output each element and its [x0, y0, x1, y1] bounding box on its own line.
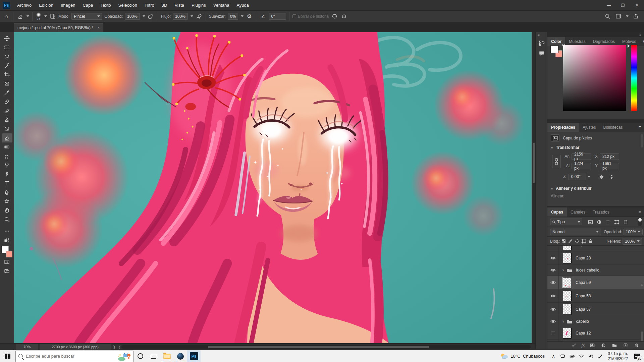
canvas-horizontal-scrollbar[interactable]	[121, 345, 531, 349]
layers-scrollbar-thumb[interactable]	[641, 331, 643, 341]
transform-section-header[interactable]: ∨ Transformar	[547, 144, 644, 151]
pen-tray-icon[interactable]	[596, 350, 604, 362]
panel-menu-icon[interactable]: ≡	[635, 207, 644, 217]
layer-name[interactable]: Capa 58	[576, 294, 591, 298]
brush-angle-input[interactable]: 0°	[269, 13, 286, 20]
canvas-viewport[interactable]	[14, 32, 532, 343]
tab-ajustes[interactable]: Ajustes	[579, 123, 599, 132]
collapse-panels-icon[interactable]: «	[538, 33, 540, 37]
group-name[interactable]: luces cabello	[576, 268, 599, 273]
taskbar-search[interactable]	[15, 351, 133, 362]
visibility-eye-icon[interactable]	[547, 289, 559, 302]
start-button[interactable]	[0, 350, 15, 362]
layer-thumbnail[interactable]	[563, 277, 572, 288]
new-group-icon[interactable]	[611, 342, 618, 349]
opacity-input[interactable]: 100%	[125, 13, 140, 20]
tab-degradados[interactable]: Degradados	[589, 37, 619, 46]
list-scroll-up-icon[interactable]: ∧	[641, 283, 643, 286]
lock-all-icon[interactable]	[587, 238, 594, 245]
align-section-header[interactable]: ∨ Alinear y distribuir	[547, 185, 644, 192]
volume-icon[interactable]	[587, 350, 595, 362]
weather-widget[interactable]: 18°C Chubascos	[511, 354, 545, 359]
visibility-eye-icon[interactable]	[547, 316, 559, 327]
close-button[interactable]: ✕	[630, 0, 644, 11]
gradient-tool[interactable]	[2, 142, 12, 152]
action-center-button[interactable]: 20	[631, 350, 643, 362]
document-info[interactable]: 2700 px x 3600 px (300 ppp)	[40, 344, 111, 350]
hue-slider[interactable]	[631, 45, 637, 111]
dodge-tool[interactable]	[2, 161, 12, 170]
layer-group-row[interactable]: ∨ luces cabello	[547, 265, 644, 276]
menu-ayuda[interactable]: Ayuda	[233, 0, 253, 11]
hue-slider-arrow[interactable]	[628, 44, 630, 48]
visibility-eye-icon[interactable]	[547, 265, 559, 276]
rotation-input[interactable]: 0.00°	[569, 174, 586, 180]
fill-input[interactable]: 100%	[623, 238, 642, 245]
browser-button[interactable]	[174, 350, 187, 362]
layer-thumbnail[interactable]	[563, 328, 572, 339]
smudge-tool[interactable]	[2, 152, 12, 161]
eraser-preset-icon[interactable]	[16, 13, 24, 20]
home-icon[interactable]: ⌂	[3, 13, 10, 20]
status-next-icon[interactable]: ❯	[113, 344, 116, 350]
healing-brush-tool[interactable]	[2, 97, 12, 106]
delete-layer-icon[interactable]	[633, 342, 640, 349]
smudge-sample-icon[interactable]	[331, 13, 338, 20]
cortana-button[interactable]	[133, 350, 147, 362]
eyedropper-tool[interactable]	[2, 88, 12, 97]
menu-ventana[interactable]: Ventana	[210, 0, 233, 11]
expand-panels-icon[interactable]: »	[639, 33, 641, 37]
menu-capa[interactable]: Capa	[79, 0, 97, 11]
clone-stamp-tool[interactable]	[2, 115, 12, 124]
blend-mode-select[interactable]: Normal	[550, 229, 601, 235]
path-selection-tool[interactable]	[2, 188, 12, 197]
menu-filtro[interactable]: Filtro	[141, 0, 158, 11]
tab-close-icon[interactable]: ×	[97, 25, 100, 30]
new-layer-icon[interactable]	[622, 342, 629, 349]
layer-row-hidden[interactable]: Capa 12	[547, 327, 644, 340]
comments-panel-icon[interactable]	[538, 50, 545, 57]
brush-preset-picker[interactable]: 74	[36, 12, 41, 20]
lock-pixels-icon[interactable]	[567, 238, 574, 245]
quick-selection-tool[interactable]	[2, 61, 12, 70]
gear-icon[interactable]: ⚙	[246, 13, 253, 20]
layer-thumbnail[interactable]	[563, 253, 572, 263]
tab-trazados[interactable]: Trazados	[589, 207, 613, 217]
width-input[interactable]: 2159 px	[572, 154, 591, 160]
tab-muestras[interactable]: Muestras	[565, 37, 589, 46]
chevron-down-icon[interactable]	[626, 15, 629, 17]
link-layers-icon[interactable]	[571, 342, 577, 349]
menu-3d[interactable]: 3D	[158, 0, 171, 11]
lasso-tool[interactable]	[2, 52, 12, 61]
lock-transparent-icon[interactable]	[560, 238, 567, 245]
layer-name[interactable]: Capa 57	[576, 307, 591, 312]
quick-mask-mode[interactable]	[2, 257, 12, 266]
layer-name[interactable]: Capa 59	[576, 280, 591, 285]
brush-tool[interactable]	[2, 106, 12, 115]
flow-input[interactable]: 100%	[173, 13, 188, 20]
layer-name[interactable]: Capa 12	[576, 331, 591, 336]
move-tool[interactable]	[2, 34, 12, 43]
erase-history-checkbox[interactable]: Borrar de historia	[292, 14, 329, 19]
panel-menu-icon[interactable]: ≡	[640, 37, 644, 46]
visibility-eye-icon[interactable]	[547, 276, 559, 289]
screen-mode[interactable]	[2, 266, 12, 276]
task-view-button[interactable]	[147, 350, 160, 362]
battery-icon[interactable]	[568, 350, 576, 362]
lock-artboard-icon[interactable]	[581, 238, 587, 245]
tab-capas[interactable]: Capas	[547, 207, 567, 217]
layer-row[interactable]: Capa 57	[547, 303, 644, 316]
tablet-mode-icon[interactable]	[559, 350, 567, 362]
maximize-button[interactable]: ❐	[616, 0, 630, 11]
foreground-background-swatches[interactable]	[1, 246, 13, 257]
layer-styles-icon[interactable]: fx	[582, 343, 585, 348]
menu-archivo[interactable]: Archivo	[13, 0, 35, 11]
minimize-button[interactable]: —	[602, 0, 616, 11]
crop-tool[interactable]	[2, 70, 12, 79]
layer-row-selected[interactable]: Capa 59	[547, 276, 644, 289]
hand-tool[interactable]	[2, 206, 12, 215]
tray-expand-chevron[interactable]: ∧	[549, 350, 557, 362]
tab-canales[interactable]: Canales	[567, 207, 589, 217]
tab-propiedades[interactable]: Propiedades	[547, 123, 579, 132]
share-icon[interactable]	[632, 13, 639, 20]
